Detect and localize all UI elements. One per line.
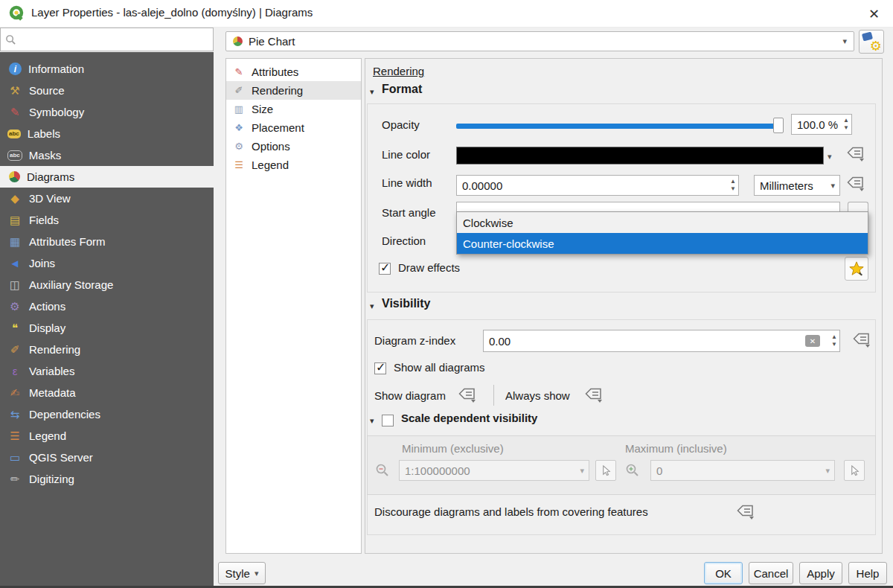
- direction-option-counter-clockwise[interactable]: Counter-clockwise: [457, 233, 868, 254]
- spin-up-icon[interactable]: ▲: [730, 179, 736, 185]
- dialog-footer: Style ▾ OK Cancel Apply Help: [214, 559, 893, 586]
- start-angle-override-button[interactable]: [848, 202, 868, 211]
- close-icon[interactable]: ✕: [865, 4, 883, 24]
- spin-down-icon[interactable]: ▼: [730, 186, 736, 192]
- line-color-swatch[interactable]: [456, 147, 824, 164]
- sidebar-item-fields[interactable]: ▤Fields: [0, 209, 214, 231]
- cursor-icon: [601, 465, 612, 476]
- line-width-override-button[interactable]: [845, 175, 867, 194]
- line-width-unit-combo[interactable]: Millimeters ▾: [754, 175, 840, 196]
- collapse-icon-visibility[interactable]: ▾: [370, 301, 374, 311]
- sidebar-item-display[interactable]: ❝Display: [0, 317, 214, 339]
- sidebar-item-actions[interactable]: ⚙Actions: [0, 295, 214, 317]
- masks-icon: abc: [7, 150, 22, 161]
- metadata-icon: ✍: [7, 387, 22, 398]
- always-show-override-button[interactable]: [583, 386, 605, 406]
- style-button-label: Style: [225, 567, 250, 580]
- style-button[interactable]: Style ▾: [218, 562, 266, 584]
- maximum-scale-combo[interactable]: 0 ▾: [650, 460, 835, 481]
- pie-chart-icon: [233, 36, 243, 46]
- diagram-z-index-spinbox[interactable]: 0.00 ✕ ▲▼: [483, 330, 840, 352]
- line-color-override-button[interactable]: [845, 145, 867, 164]
- ok-button[interactable]: OK: [704, 562, 743, 584]
- sidebar-item-joins[interactable]: ◄Joins: [0, 252, 214, 274]
- set-min-to-canvas-scale-button[interactable]: [595, 460, 616, 481]
- opacity-slider-handle[interactable]: [773, 118, 784, 133]
- clear-field-icon[interactable]: ✕: [805, 335, 820, 347]
- line-width-spinbox[interactable]: 0.00000 ▲▼: [456, 175, 739, 196]
- sidebar-item-dependencies[interactable]: ⇆Dependencies: [0, 403, 214, 425]
- tab-placement[interactable]: ❖Placement: [226, 118, 361, 137]
- tab-size[interactable]: ▥Size: [226, 100, 361, 118]
- effects-customize-button[interactable]: [845, 257, 868, 281]
- sidebar-item-auxiliary-storage[interactable]: ◫Auxiliary Storage: [0, 274, 214, 295]
- tab-attributes[interactable]: ✎Attributes: [226, 63, 361, 81]
- sidebar-item-digitizing[interactable]: ✏Digitizing: [0, 468, 214, 490]
- automated-placement-settings-button[interactable]: ⚙: [859, 30, 884, 54]
- sidebar-item-diagrams[interactable]: Diagrams: [0, 166, 214, 188]
- start-angle-spinbox[interactable]: [456, 202, 840, 211]
- spin-arrows[interactable]: ▲▼: [730, 179, 736, 192]
- tab-rendering[interactable]: ✐Rendering: [226, 81, 361, 100]
- line-width-unit-value: Millimeters: [760, 179, 813, 192]
- rendering-icon: ✐: [232, 86, 246, 95]
- cancel-button-label: Cancel: [754, 567, 789, 580]
- opacity-label: Opacity: [382, 118, 420, 131]
- sidebar-item-information[interactable]: iInformation: [0, 58, 214, 80]
- collapse-icon-format[interactable]: ▾: [370, 87, 374, 97]
- spin-up-icon[interactable]: ▲: [831, 334, 837, 340]
- tab-label: Legend: [252, 159, 289, 171]
- sidebar-item-qgis-server[interactable]: ▭QGIS Server: [0, 447, 214, 468]
- spin-arrows[interactable]: ▲▼: [831, 334, 837, 348]
- sidebar-item-variables[interactable]: εVariables: [0, 360, 214, 382]
- opacity-slider-track[interactable]: [456, 124, 775, 129]
- direction-label: Direction: [382, 234, 426, 247]
- sidebar-item-label: Masks: [29, 149, 61, 162]
- show-all-diagrams-checkbox[interactable]: ✓: [374, 362, 386, 374]
- z-index-override-button[interactable]: [851, 331, 873, 351]
- visibility-section-title: Visibility: [382, 297, 431, 310]
- check-icon: ✓: [376, 360, 385, 374]
- diagram-type-combo[interactable]: Pie Chart ▾: [225, 31, 854, 51]
- show-diagram-override-button[interactable]: [456, 386, 478, 406]
- spin-down-icon[interactable]: ▼: [831, 342, 837, 348]
- legend-icon: ☰: [7, 430, 22, 441]
- sidebar-item-labels[interactable]: abcLabels: [0, 123, 214, 144]
- spin-down-icon[interactable]: ▼: [843, 125, 849, 131]
- tab-legend[interactable]: ☰Legend: [226, 156, 361, 174]
- spin-up-icon[interactable]: ▲: [843, 118, 849, 124]
- direction-option-clockwise[interactable]: Clockwise: [457, 212, 868, 233]
- opacity-spinbox[interactable]: 100.0 % ▲▼: [791, 114, 852, 135]
- sidebar-item-source[interactable]: ⚒Source: [0, 80, 214, 101]
- minimum-scale-combo[interactable]: 1:100000000 ▾: [399, 460, 589, 481]
- tab-options[interactable]: ⚙Options: [226, 137, 361, 156]
- scale-dependent-checkbox[interactable]: [382, 415, 394, 426]
- tab-label: Options: [252, 140, 290, 153]
- discourage-override-button[interactable]: [734, 503, 757, 523]
- sidebar-item-symbology[interactable]: ✎Symbology: [0, 101, 214, 123]
- sidebar-item-legend[interactable]: ☰Legend: [0, 425, 214, 447]
- source-icon: ⚒: [7, 85, 22, 96]
- sidebar-item-attributes-form[interactable]: ▦Attributes Form: [0, 231, 214, 252]
- spin-arrows[interactable]: ▲▼: [843, 118, 849, 131]
- search-input[interactable]: [21, 33, 213, 46]
- line-color-dropdown-icon[interactable]: ▾: [828, 153, 832, 161]
- gear-icon: ⚙: [870, 39, 882, 53]
- sidebar-item-metadata[interactable]: ✍Metadata: [0, 382, 214, 403]
- set-max-to-canvas-scale-button[interactable]: [844, 460, 865, 481]
- sidebar-item-3d-view[interactable]: ◆3D View: [0, 188, 214, 209]
- zoom-in-icon: [624, 461, 641, 479]
- collapse-icon-scale-dependent[interactable]: ▾: [370, 416, 374, 426]
- help-button[interactable]: Help: [848, 562, 887, 584]
- apply-button[interactable]: Apply: [799, 562, 842, 584]
- always-show-label: Always show: [505, 389, 570, 402]
- maximum-scale-label: Maximum (inclusive): [625, 442, 727, 455]
- zoom-out-icon: [374, 461, 391, 479]
- sidebar-item-rendering[interactable]: ✐Rendering: [0, 339, 214, 360]
- sidebar-item-masks[interactable]: abcMasks: [0, 144, 214, 166]
- information-icon: i: [9, 63, 22, 75]
- draw-effects-checkbox[interactable]: ✓: [379, 263, 391, 275]
- sidebar-item-label: Rendering: [29, 343, 80, 356]
- sidebar-item-label: Joins: [29, 257, 55, 269]
- cancel-button[interactable]: Cancel: [749, 562, 793, 584]
